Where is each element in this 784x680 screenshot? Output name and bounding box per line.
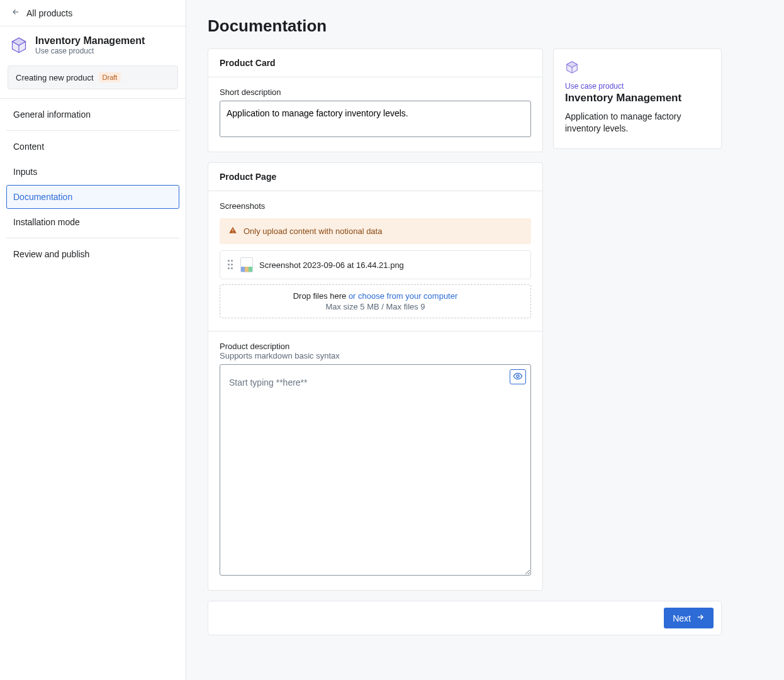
- preview-product-type: Use case product: [565, 82, 710, 91]
- status-text: Creating new product: [16, 73, 94, 82]
- dropzone-hint: Max size 5 MB / Max files 9: [225, 302, 525, 311]
- next-button[interactable]: Next: [664, 608, 714, 628]
- nav-inputs[interactable]: Inputs: [6, 160, 179, 184]
- product-description-input[interactable]: [220, 364, 531, 576]
- warning-text: Only upload content with notional data: [244, 226, 382, 236]
- product-card-header: Product Card: [208, 49, 542, 77]
- product-page-header: Product Page: [208, 163, 542, 191]
- product-page-section: Product Page Screenshots Only upload con…: [208, 162, 543, 591]
- arrow-right-icon: [696, 613, 705, 623]
- nav-divider: [6, 238, 179, 238]
- svg-rect-0: [232, 230, 233, 231]
- nav-review-and-publish[interactable]: Review and publish: [6, 242, 179, 266]
- wizard-footer: Next: [208, 601, 722, 635]
- dropzone-text: Drop files here: [293, 291, 349, 301]
- product-type-label: Use case product: [35, 47, 145, 55]
- product-card-section: Product Card Short description: [208, 48, 543, 152]
- preview-product-title: Inventory Management: [565, 92, 710, 104]
- draft-badge: Draft: [99, 72, 121, 82]
- warning-triangle-icon: [228, 226, 237, 237]
- arrow-left-icon: [11, 8, 20, 18]
- product-header: Inventory Management Use case product: [0, 26, 186, 60]
- eye-icon: [513, 371, 523, 383]
- short-description-label: Short description: [220, 87, 531, 97]
- file-dropzone[interactable]: Drop files here or choose from your comp…: [220, 284, 531, 318]
- product-description-label: Product description: [220, 342, 531, 351]
- nav-general-information[interactable]: General information: [6, 103, 179, 126]
- svg-point-2: [517, 375, 519, 377]
- drag-handle-icon[interactable]: [228, 260, 234, 270]
- file-thumbnail-icon: [240, 257, 253, 272]
- svg-rect-1: [232, 232, 233, 233]
- nav-content[interactable]: Content: [6, 135, 179, 159]
- markdown-support-hint: Supports markdown basic syntax: [220, 351, 531, 360]
- file-name: Screenshot 2023-09-06 at 16.44.21.png: [259, 260, 404, 270]
- nav-divider: [6, 130, 179, 131]
- choose-file-link[interactable]: or choose from your computer: [349, 291, 457, 301]
- sidebar: All products Inventory Management Use ca…: [0, 0, 186, 680]
- cube-icon: [565, 60, 579, 74]
- screenshots-label: Screenshots: [220, 201, 531, 211]
- page-title: Documentation: [208, 16, 763, 36]
- preview-product-description: Application to manage factory inventory …: [565, 111, 710, 135]
- preview-toggle-button[interactable]: [510, 369, 526, 384]
- uploaded-file-row[interactable]: Screenshot 2023-09-06 at 16.44.21.png: [220, 250, 531, 279]
- nav-installation-mode[interactable]: Installation mode: [6, 210, 179, 234]
- product-card-preview: Use case product Inventory Management Ap…: [553, 48, 722, 149]
- back-to-all-products[interactable]: All products: [0, 0, 186, 26]
- back-label: All products: [26, 8, 72, 18]
- wizard-nav: General information Content Inputs Docum…: [0, 98, 186, 271]
- upload-warning: Only upload content with notional data: [220, 218, 531, 244]
- product-title: Inventory Management: [35, 35, 145, 47]
- short-description-input[interactable]: [220, 101, 531, 137]
- nav-documentation[interactable]: Documentation: [6, 185, 179, 209]
- creation-status: Creating new product Draft: [8, 65, 178, 89]
- main-content: Documentation Product Card Short descrip…: [186, 0, 784, 680]
- cube-icon: [10, 36, 28, 54]
- next-button-label: Next: [673, 613, 691, 623]
